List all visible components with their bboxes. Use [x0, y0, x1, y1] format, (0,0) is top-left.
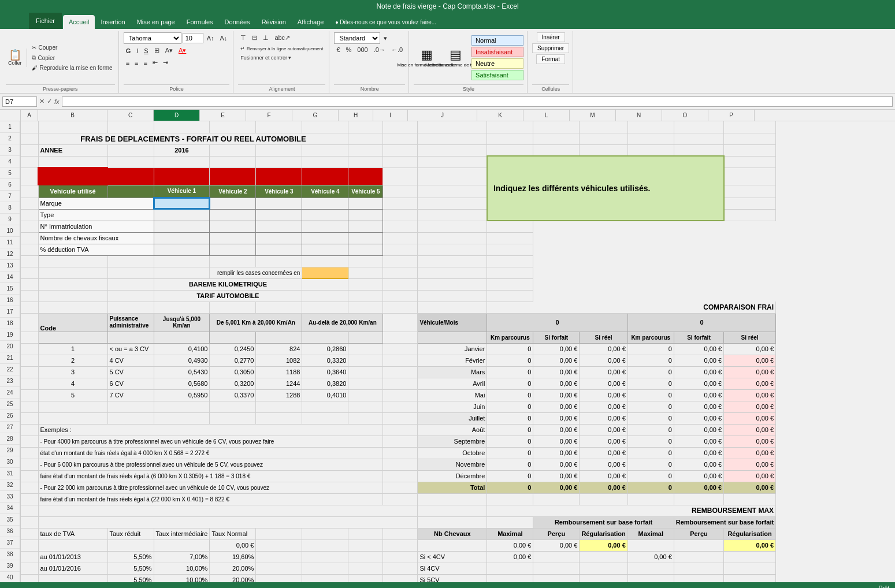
cell-a3[interactable]: [21, 144, 38, 156]
thousands-button[interactable]: 000: [355, 45, 370, 54]
cell-k18-km[interactable]: Km parcourus: [487, 332, 533, 343]
cell-n29[interactable]: 0: [627, 459, 674, 470]
cell-a37[interactable]: [21, 551, 38, 563]
cell-a11[interactable]: [21, 244, 38, 255]
cell-b17-code[interactable]: Code: [38, 313, 107, 332]
tab-mise-en-page[interactable]: Mise en page: [131, 15, 181, 29]
cell-g25[interactable]: [302, 412, 348, 424]
cell-a35[interactable]: [21, 528, 38, 539]
cell-j6[interactable]: [418, 185, 487, 198]
cell-h21[interactable]: [348, 366, 383, 378]
cell-b14[interactable]: [38, 278, 107, 290]
cell-i15[interactable]: [383, 290, 418, 302]
cell-d18[interactable]: [154, 332, 210, 343]
cell-i24[interactable]: [383, 401, 418, 412]
cell-c22[interactable]: 6 CV: [107, 378, 154, 389]
cell-i27[interactable]: [383, 436, 418, 447]
cell-o30[interactable]: 0,00 €: [674, 470, 723, 482]
cell-f9[interactable]: [256, 221, 302, 232]
cell-o24[interactable]: 0,00 €: [674, 401, 723, 412]
cell-o38[interactable]: [674, 563, 723, 574]
cell-h38[interactable]: [348, 563, 383, 574]
cell-k36[interactable]: 0,00 €: [487, 539, 533, 551]
cell-j35-nbchev[interactable]: Nb Chevaux: [418, 528, 487, 539]
cell-g23[interactable]: 0,4010: [302, 389, 348, 401]
cell-d37[interactable]: 7,00%: [154, 551, 210, 563]
font-decrease-button[interactable]: A↓: [218, 34, 230, 43]
cell-b31-ex5[interactable]: - Pour 22 000 km parcourus à titre profe…: [38, 482, 383, 493]
cell-h19[interactable]: [348, 343, 383, 355]
cell-j5[interactable]: [418, 168, 487, 185]
cell-a17[interactable]: [21, 313, 38, 332]
cell-m32[interactable]: [580, 493, 627, 505]
cell-j19-jan[interactable]: Janvier: [418, 343, 487, 355]
cell-p29[interactable]: 0,00 €: [724, 459, 776, 470]
cell-i9[interactable]: [383, 221, 418, 232]
cell-l36[interactable]: 0,00 €: [533, 539, 580, 551]
cell-l22[interactable]: 0,00 €: [533, 378, 580, 389]
cell-j23-mai[interactable]: Mai: [418, 389, 487, 401]
cell-i8[interactable]: [383, 209, 418, 221]
cell-m38[interactable]: [580, 563, 627, 574]
cell-i37[interactable]: [383, 551, 418, 563]
cell-g4[interactable]: [302, 156, 348, 168]
cell-l39[interactable]: [533, 574, 580, 582]
cell-k38[interactable]: [487, 563, 533, 574]
cell-o26[interactable]: 0,00 €: [674, 424, 723, 436]
cell-p22[interactable]: 0,00 €: [724, 378, 776, 389]
cell-i31[interactable]: [383, 482, 418, 493]
cell-g16[interactable]: [302, 302, 348, 313]
cell-m25[interactable]: 0,00 €: [580, 412, 627, 424]
cell-n30[interactable]: 0: [627, 470, 674, 482]
cell-j15[interactable]: [418, 290, 487, 302]
cell-e6-veh2[interactable]: Véhicule 2: [210, 185, 256, 198]
cell-p30[interactable]: 0,00 €: [724, 470, 776, 482]
cell-p38[interactable]: [724, 563, 776, 574]
cell-i33[interactable]: [418, 505, 487, 516]
cell-g14[interactable]: [302, 278, 348, 290]
cell-b5[interactable]: [38, 168, 107, 185]
cell-h24[interactable]: [348, 401, 383, 412]
cell-e17-20k[interactable]: De 5,001 Km à 20,000 Km/An: [210, 313, 302, 332]
cell-c4[interactable]: [107, 156, 154, 168]
cell-l1[interactable]: [533, 121, 580, 133]
align-left-button[interactable]: ≡: [124, 58, 132, 68]
cell-a4[interactable]: [21, 156, 38, 168]
cell-j37[interactable]: Si < 4CV: [418, 551, 487, 563]
cell-c13[interactable]: [107, 267, 154, 278]
cell-l18-forfait[interactable]: Si forfait: [533, 332, 580, 343]
cell-e21[interactable]: 0,3050: [210, 366, 256, 378]
cell-b28-ex2[interactable]: état d'un montant de frais réels égal à …: [38, 447, 383, 459]
cell-c15[interactable]: [107, 290, 154, 302]
cell-b38[interactable]: au 01/01/2016: [38, 563, 107, 574]
cell-k23[interactable]: 0: [487, 389, 533, 401]
cell-h37[interactable]: [348, 551, 383, 563]
cell-b8-type[interactable]: Type: [38, 209, 154, 221]
indent-dec-button[interactable]: ⇤: [150, 58, 160, 68]
cell-e12[interactable]: [210, 255, 256, 267]
cell-n19[interactable]: 0: [627, 343, 674, 355]
cell-b39[interactable]: [38, 574, 107, 582]
cell-j3[interactable]: [418, 144, 487, 156]
cell-h4[interactable]: [348, 156, 383, 168]
cell-g15[interactable]: [302, 290, 348, 302]
cell-p11[interactable]: [487, 244, 533, 255]
cell-e16[interactable]: [210, 302, 256, 313]
cell-k3[interactable]: [487, 144, 533, 156]
cell-g35[interactable]: [302, 528, 348, 539]
col-header-d[interactable]: D: [154, 110, 200, 121]
tab-revision[interactable]: Révision: [256, 15, 292, 29]
cell-c25[interactable]: [107, 412, 154, 424]
cell-k17-zero[interactable]: 0: [487, 313, 627, 332]
cell-d22[interactable]: 0,5680: [154, 378, 210, 389]
cell-j13[interactable]: [418, 267, 487, 278]
cell-a28[interactable]: [21, 447, 38, 459]
cell-p24[interactable]: 0,00 €: [724, 401, 776, 412]
cell-h14[interactable]: [348, 278, 383, 290]
cell-p5[interactable]: [724, 168, 776, 185]
table-format-button[interactable]: ▤ Mettre sous forme de tableau: [443, 47, 468, 68]
cell-d9[interactable]: [154, 221, 210, 232]
cell-f10[interactable]: [256, 232, 302, 244]
cell-b18[interactable]: [38, 332, 107, 343]
cell-i35[interactable]: [383, 528, 418, 539]
